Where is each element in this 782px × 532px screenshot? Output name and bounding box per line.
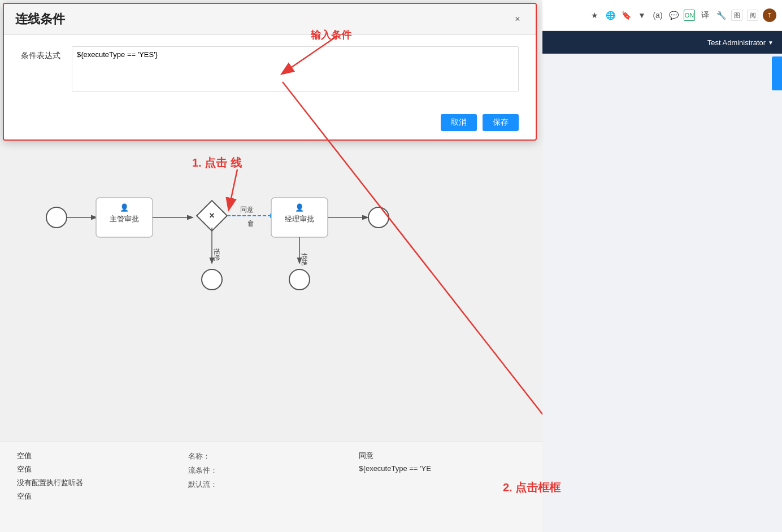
bp-name-row: 名称： (188, 451, 355, 461)
task2-label: 经理审批 (285, 215, 314, 223)
step2-annotation: 2. 点击框框 (503, 480, 561, 495)
extension-icon1[interactable]: 🔖 (620, 10, 632, 21)
ext-label1[interactable]: 图 (731, 10, 742, 21)
bp-agree-value: 同意 (359, 451, 525, 461)
condition-textarea[interactable]: ${executeType == 'YES'} (72, 46, 519, 91)
input-condition-annotation: 输入条件 (311, 28, 351, 42)
bottom-panel: 空值 空值 没有配置执行监听器 空值 名称： 流条件： 默认流： 同意 ${ex… (0, 442, 542, 532)
right-panel (539, 54, 782, 532)
task1-icon: 👤 (120, 203, 129, 212)
task1-label: 主管审批 (110, 215, 139, 223)
extension2-icon[interactable]: 🔧 (715, 10, 727, 21)
ext-label2[interactable]: 阅 (747, 10, 758, 21)
top-nav: Test Administrator ▼ (539, 31, 782, 54)
user-avatar[interactable]: T (763, 8, 776, 22)
reader-icon[interactable]: (a) (652, 10, 663, 21)
dialog-body: 条件表达式 ${executeType == 'YES'} (4, 35, 536, 108)
dialog-title: 连线条件 (15, 11, 65, 28)
translate2-icon[interactable]: 译 (700, 10, 711, 21)
bookmark-icon[interactable]: ★ (589, 10, 600, 21)
trash-icon[interactable]: 🗑 (247, 219, 254, 228)
workflow-svg: 👤 主管审批 × 同意 🗑 拒绝 👤 经理审批 (23, 175, 514, 345)
bp-item-2: 空值 (17, 464, 184, 474)
bp-item-3: 没有配置执行监听器 (17, 478, 184, 488)
chevron-icon[interactable]: ▼ (636, 10, 648, 21)
end-node3 (289, 269, 310, 290)
save-button[interactable]: 保存 (483, 114, 519, 131)
bp-item-1: 空值 (17, 451, 184, 461)
admin-user-label[interactable]: Test Administrator ▼ (707, 38, 774, 47)
canvas-area: 连线条件 × 条件表达式 ${executeType == 'YES'} 取消 … (0, 0, 542, 532)
gateway-label: × (209, 211, 214, 220)
admin-name: Test Administrator (707, 38, 766, 47)
bp-item-4: 空值 (17, 491, 184, 502)
translate-icon[interactable]: 🌐 (605, 10, 616, 21)
bottom-col2: 名称： 流条件： 默认流： (188, 451, 355, 524)
cancel-button[interactable]: 取消 (441, 114, 477, 131)
side-panel-toggle[interactable] (772, 56, 782, 90)
bp-name-label: 名称： (188, 452, 210, 460)
reject-label1: 拒绝 (214, 248, 220, 261)
agree-label: 同意 (240, 206, 254, 213)
chat-icon[interactable]: 💬 (668, 10, 679, 21)
bp-default-row: 默认流： (188, 479, 355, 490)
condition-form-row: 条件表达式 ${executeType == 'YES'} (21, 46, 519, 91)
condition-label: 条件表达式 (21, 46, 60, 61)
admin-chevron-icon: ▼ (768, 40, 774, 46)
bp-flow-row: 流条件： (188, 465, 355, 476)
connection-condition-dialog: 连线条件 × 条件表达式 ${executeType == 'YES'} 取消 … (3, 3, 537, 141)
browser-chrome: ★ 🌐 🔖 ▼ (a) 💬 ON 译 🔧 图 阅 T (539, 0, 782, 31)
end-node1 (202, 269, 222, 290)
dialog-close-button[interactable]: × (511, 12, 524, 26)
bottom-col1: 空值 空值 没有配置执行监听器 空值 (17, 451, 184, 524)
on-icon[interactable]: ON (684, 10, 695, 21)
step1-annotation: 1. 点击 线 (192, 155, 242, 171)
dialog-header: 连线条件 × (4, 4, 536, 35)
dialog-footer: 取消 保存 (4, 108, 536, 139)
reject-label2: 拒绝 (301, 252, 308, 265)
end-node2 (368, 207, 389, 228)
task2-icon: 👤 (295, 203, 305, 212)
bp-default-label: 默认流： (188, 480, 218, 489)
start-node (46, 207, 67, 228)
bottom-col3: 同意 ${executeType == 'YE (359, 451, 525, 524)
bp-execute-value: ${executeType == 'YE (359, 464, 525, 473)
bp-flow-label: 流条件： (188, 466, 218, 474)
